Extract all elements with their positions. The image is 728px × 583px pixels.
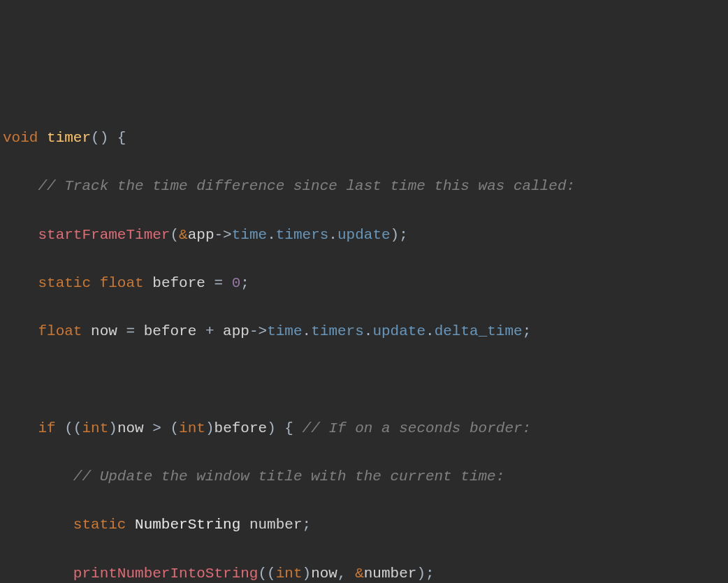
paren-close: ): [303, 566, 312, 582]
number-literal: 0: [232, 275, 241, 291]
keyword-static: static: [38, 275, 91, 291]
keyword-static: static: [73, 517, 126, 533]
paren: ((: [258, 566, 275, 582]
paren-close: ): [391, 227, 400, 243]
dot: .: [364, 323, 373, 339]
keyword-void: void: [3, 130, 38, 146]
keyword-int: int: [179, 420, 205, 436]
paren-close: ): [100, 130, 109, 146]
function-call: startFrameTimer: [38, 227, 170, 243]
code-line: void timer() {: [3, 126, 725, 151]
arrow-operator: ->: [249, 323, 267, 339]
member: update: [372, 323, 425, 339]
code-line: // Update the window title with the curr…: [3, 465, 725, 489]
paren-open: (: [170, 227, 179, 243]
comma: ,: [337, 566, 355, 582]
variable: before: [214, 420, 268, 436]
semicolon: ;: [399, 227, 408, 243]
semicolon: ;: [523, 323, 532, 339]
semicolon: ;: [240, 275, 249, 291]
comment: // If on a seconds border:: [293, 420, 531, 436]
comment: // Track the time difference since last …: [38, 178, 575, 194]
function-call: printNumberIntoString: [73, 566, 259, 582]
member: update: [337, 227, 391, 243]
paren-open: (: [91, 130, 100, 146]
variable: now: [311, 566, 337, 582]
dot: .: [303, 323, 312, 339]
equals: =: [117, 323, 144, 339]
variable: number: [364, 566, 417, 582]
member: timers: [311, 323, 364, 339]
type-name: NumberString: [135, 517, 240, 533]
paren: ((: [56, 420, 82, 436]
variable: now: [91, 323, 117, 339]
keyword-float: float: [100, 275, 144, 291]
code-line: if ((int)now > (int)before) { // If on a…: [3, 417, 725, 441]
code-line-empty: [3, 369, 725, 393]
variable: before: [152, 275, 205, 291]
variable: app: [188, 227, 214, 243]
member: timers: [276, 227, 329, 243]
equals: =: [205, 275, 232, 291]
code-line: static float before = 0;: [3, 272, 725, 296]
keyword-int: int: [276, 566, 303, 582]
variable: app: [223, 323, 249, 339]
keyword-int: int: [82, 420, 108, 436]
code-line: printNumberIntoString((int)now, &number)…: [3, 562, 725, 583]
code-line: startFrameTimer(&app->time.timers.update…: [3, 223, 725, 248]
member: delta_time: [435, 323, 523, 339]
plus: +: [196, 323, 223, 339]
ampersand: &: [179, 227, 188, 243]
variable: now: [117, 420, 144, 436]
paren-brace: ) {: [267, 420, 293, 436]
arrow-operator: ->: [214, 227, 231, 243]
paren-close: ): [416, 566, 425, 582]
ampersand: &: [355, 566, 364, 582]
code-line: // Track the time difference since last …: [3, 175, 725, 199]
keyword-if: if: [38, 420, 55, 436]
dot: .: [328, 227, 337, 243]
code-line: static NumberString number;: [3, 513, 725, 538]
semicolon: ;: [425, 566, 435, 582]
greater-than: >: [144, 420, 170, 436]
paren-close: ): [108, 420, 117, 436]
function-name: timer: [47, 130, 91, 146]
semicolon: ;: [303, 517, 312, 533]
variable: before: [144, 323, 197, 339]
brace-open: {: [108, 130, 126, 146]
dot: .: [425, 323, 435, 339]
variable: number: [249, 517, 303, 533]
paren-open: (: [170, 420, 180, 436]
code-line: float now = before + app->time.timers.up…: [3, 320, 725, 344]
member: time: [267, 323, 302, 339]
comment: // Update the window title with the curr…: [73, 468, 505, 485]
member: time: [232, 227, 267, 243]
dot: .: [267, 227, 276, 243]
keyword-float: float: [38, 323, 82, 339]
paren-close: ): [205, 420, 214, 436]
code-editor[interactable]: void timer() { // Track the time differe…: [3, 103, 725, 583]
